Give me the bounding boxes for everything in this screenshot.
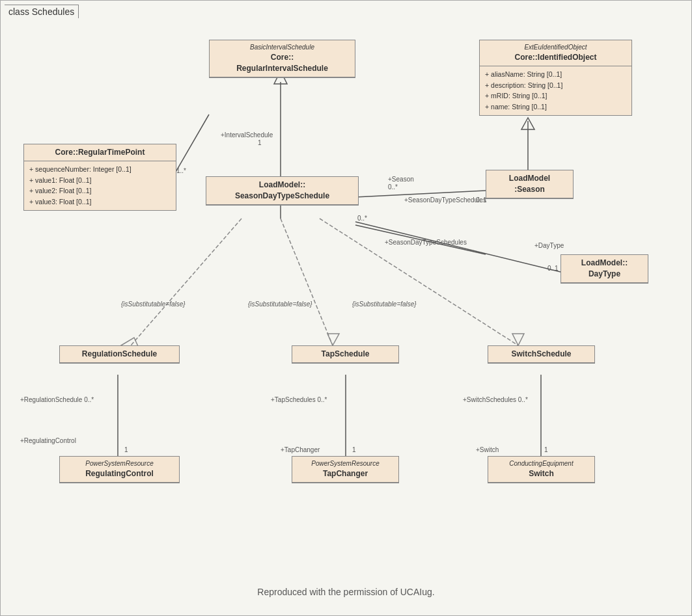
box-switch: ConductingEquipment Switch (488, 456, 595, 483)
box-regulating-control: PowerSystemResource RegulatingControl (59, 456, 180, 483)
svg-text:+SwitchSchedules   0..*: +SwitchSchedules 0..* (463, 396, 528, 403)
svg-line-4 (173, 114, 209, 176)
svg-text:0..1: 0..1 (547, 265, 559, 272)
box-header-tap-schedule: TapSchedule (292, 346, 398, 363)
svg-text:{isSubstitutable=false}: {isSubstitutable=false} (248, 301, 312, 308)
svg-text:1: 1 (352, 446, 356, 453)
attr-value2: + value2: Float [0..1] (29, 185, 171, 196)
svg-text:+IntervalSchedule: +IntervalSchedule (221, 131, 273, 139)
svg-line-6 (355, 222, 561, 272)
box-header-tap-changer: PowerSystemResource TapChanger (292, 457, 398, 483)
svg-text:1: 1 (544, 446, 548, 453)
classname-day-type: LoadModel::DayType (566, 258, 643, 280)
classname-regular-interval: Core::RegularIntervalSchedule (215, 52, 350, 74)
box-switch-schedule: SwitchSchedule (488, 345, 595, 364)
box-body-regular-time-point: + sequenceNumber: Integer [0..1] + value… (24, 161, 176, 210)
classname-regulating-control: RegulatingControl (65, 468, 174, 479)
attr-mrid: + mRID: String [0..1] (485, 90, 626, 101)
classname-season: LoadModel:Season (491, 173, 568, 195)
diagram-title: class Schedules (5, 5, 79, 18)
classname-switch-schedule: SwitchSchedule (493, 349, 589, 360)
box-header-season: LoadModel:Season (486, 170, 573, 198)
stereotype-regulating-control: PowerSystemResource (65, 459, 174, 468)
svg-marker-11 (327, 334, 339, 345)
box-tap-schedule: TapSchedule (292, 345, 399, 364)
svg-line-10 (281, 219, 333, 345)
svg-text:+TapSchedules   0..*: +TapSchedules 0..* (271, 396, 327, 403)
svg-text:+SeasonDayTypeSchedules: +SeasonDayTypeSchedules (385, 239, 467, 246)
box-header-switch-schedule: SwitchSchedule (488, 346, 594, 363)
box-regular-interval-schedule: BasicIntervalSchedule Core::RegularInter… (209, 40, 355, 78)
classname-tap-changer: TapChanger (298, 468, 393, 479)
box-header-season-day-type: LoadModel::SeasonDayTypeSchedule (206, 177, 358, 205)
diagram-container: class Schedules (0, 0, 692, 616)
svg-text:0..*: 0..* (357, 215, 367, 222)
attr-alias-name: + aliasName: String [0..1] (485, 69, 626, 80)
stereotype-basic-interval: BasicIntervalSchedule (215, 43, 350, 52)
footer-text: Reproduced with the permission of UCAIug… (1, 587, 691, 597)
svg-text:+TapChanger: +TapChanger (281, 446, 320, 453)
box-regulation-schedule: RegulationSchedule (59, 345, 180, 364)
box-header-identified-object: ExtEuIdentifiedObject Core::IdentifiedOb… (480, 40, 631, 66)
svg-text:+Season: +Season (388, 176, 414, 183)
box-identified-object: ExtEuIdentifiedObject Core::IdentifiedOb… (479, 40, 632, 116)
box-header-regulation-schedule: RegulationSchedule (60, 346, 179, 363)
box-tap-changer: PowerSystemResource TapChanger (292, 456, 399, 483)
svg-text:+DayType: +DayType (534, 242, 564, 249)
classname-switch: Switch (493, 468, 589, 479)
stereotype-ext-eu: ExtEuIdentifiedObject (485, 43, 626, 52)
classname-identified-object: Core::IdentifiedObject (485, 52, 626, 63)
svg-text:0..*: 0..* (388, 183, 398, 191)
box-header-regulating-control: PowerSystemResource RegulatingControl (60, 457, 179, 483)
box-day-type: LoadModel::DayType (561, 254, 648, 284)
stereotype-tap-changer: PowerSystemResource (298, 459, 393, 468)
classname-tap-schedule: TapSchedule (298, 349, 393, 360)
svg-line-7 (355, 225, 486, 254)
box-season-day-type-schedule: LoadModel::SeasonDayTypeSchedule (206, 176, 359, 206)
svg-text:{isSubstitutable=false}: {isSubstitutable=false} (352, 301, 417, 308)
svg-text:1: 1 (258, 139, 262, 146)
svg-text:+Switch: +Switch (476, 446, 499, 453)
svg-line-5 (355, 191, 486, 197)
svg-text:1: 1 (124, 446, 128, 453)
box-body-identified-object: + aliasName: String [0..1] + description… (480, 66, 631, 115)
classname-season-day-type: LoadModel::SeasonDayTypeSchedule (212, 180, 353, 202)
svg-text:{isSubstitutable=false}: {isSubstitutable=false} (121, 301, 186, 308)
box-header-regular-interval-schedule: BasicIntervalSchedule Core::RegularInter… (210, 40, 355, 77)
box-regular-time-point: Core::RegularTimePoint + sequenceNumber:… (23, 144, 176, 211)
attr-value3: + value3: Float [0..1] (29, 196, 171, 208)
stereotype-switch: ConductingEquipment (493, 459, 589, 468)
attr-seq-num: + sequenceNumber: Integer [0..1] (29, 164, 171, 175)
svg-text:+RegulatingControl: +RegulatingControl (20, 437, 76, 444)
svg-marker-13 (512, 334, 524, 345)
svg-text:+SeasonDayTypeSchedules: +SeasonDayTypeSchedules (404, 196, 486, 204)
svg-marker-3 (521, 118, 534, 129)
attr-value1: + value1: Float [0..1] (29, 175, 171, 186)
svg-text:1..*: 1..* (176, 167, 186, 174)
attr-description: + description: String [0..1] (485, 80, 626, 91)
box-season: LoadModel:Season (486, 170, 574, 199)
box-header-switch: ConductingEquipment Switch (488, 457, 594, 483)
attr-name: + name: String [0..1] (485, 101, 626, 113)
box-header-regular-time-point: Core::RegularTimePoint (24, 144, 176, 161)
svg-line-8 (131, 219, 242, 345)
classname-regulation-schedule: RegulationSchedule (65, 349, 174, 360)
svg-text:+RegulationSchedule 0..*: +RegulationSchedule 0..* (20, 396, 94, 403)
box-header-day-type: LoadModel::DayType (561, 255, 648, 283)
classname-regular-time-point: Core::RegularTimePoint (29, 147, 171, 158)
svg-line-12 (320, 219, 518, 345)
